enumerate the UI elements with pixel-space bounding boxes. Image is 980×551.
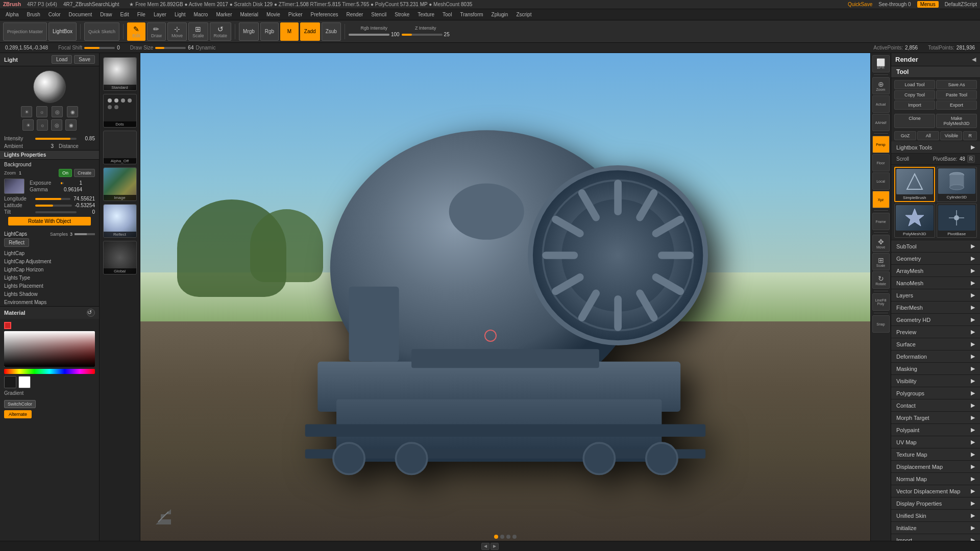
masking-btn[interactable]: Masking ▶ <box>891 363 980 375</box>
uv-map-btn[interactable]: UV Map ▶ <box>891 436 980 448</box>
load-tool-btn[interactable]: Load Tool <box>894 80 935 89</box>
projection-master-btn[interactable]: Projection Master <box>3 22 47 41</box>
latitude-slider[interactable] <box>35 205 72 207</box>
menu-layer[interactable]: Layer <box>150 11 170 18</box>
save-as-btn[interactable]: Save As <box>936 80 977 89</box>
surface-btn[interactable]: Surface ▶ <box>891 338 980 350</box>
tilt-slider[interactable] <box>35 211 77 213</box>
cylinder3d-thumb[interactable]: Cylinder3D <box>937 167 977 202</box>
light-save-btn[interactable]: Save <box>74 55 95 64</box>
rotate-tool-btn[interactable]: ↻ Rotate <box>872 271 890 289</box>
nanomesh-btn[interactable]: NanoMesh ▶ <box>891 277 980 289</box>
material-icon[interactable]: ↺ <box>87 309 95 317</box>
visible-btn[interactable]: Visible <box>940 131 962 140</box>
menu-stroke[interactable]: Stroke <box>391 11 413 18</box>
menu-marker[interactable]: Marker <box>212 11 235 18</box>
light-icon-5[interactable]: ☀ <box>22 119 34 131</box>
lightbox-btn[interactable]: LightBox <box>48 22 77 41</box>
menu-document[interactable]: Document <box>65 11 96 18</box>
aahalf-tool-btn[interactable]: AAHalf <box>872 114 890 131</box>
layers-btn[interactable]: Layers ▶ <box>891 289 980 302</box>
environment-maps-item[interactable]: Environment Maps <box>0 298 99 306</box>
spix-dot-1[interactable] <box>494 535 498 539</box>
import2-btn[interactable]: Import ▶ <box>891 534 980 541</box>
preview-dots[interactable]: Dots <box>103 94 137 128</box>
rotate-btn[interactable]: ↺ Rotate <box>210 22 232 41</box>
alternate-btn[interactable]: Alternate <box>4 410 32 418</box>
zsub-btn[interactable]: Zsub <box>322 22 341 41</box>
color-hue-bar[interactable] <box>4 369 95 374</box>
move-btn[interactable]: ⊹ Move <box>167 22 187 41</box>
bottom-nav-right[interactable]: ▶ <box>491 543 499 550</box>
mrgb-btn[interactable]: Mrgb <box>239 22 259 41</box>
preview-reflect[interactable]: Reflect <box>103 204 137 238</box>
lights-type-item[interactable]: Lights Type <box>0 273 99 282</box>
light-icon-3[interactable]: ◎ <box>52 106 63 117</box>
visibility-btn[interactable]: Visibility ▶ <box>891 375 980 387</box>
menu-transform[interactable]: Transform <box>456 11 486 18</box>
displacement-map-btn[interactable]: Displacement Map ▶ <box>891 461 980 473</box>
color-gradient-picker[interactable] <box>4 331 95 367</box>
geometry-btn[interactable]: Geometry ▶ <box>891 253 980 265</box>
arraymesh-btn[interactable]: ArrayMesh ▶ <box>891 265 980 277</box>
menu-macro[interactable]: Macro <box>190 11 212 18</box>
scale-btn[interactable]: ⊞ Scale <box>188 22 208 41</box>
preview-alpha[interactable]: Alpha_Off <box>103 131 137 164</box>
switch-color-btn[interactable]: SwitchColor <box>4 400 36 408</box>
initialize-btn[interactable]: Initialize ▶ <box>891 522 980 534</box>
clone-btn[interactable]: Clone <box>894 114 935 128</box>
zoom-tool-btn[interactable]: ⊕ Zoom <box>872 77 890 94</box>
fibermesh-btn[interactable]: FiberMesh ▶ <box>891 302 980 314</box>
copy-tool-btn[interactable]: Copy Tool <box>894 90 935 99</box>
simple-brush-thumb[interactable]: SimpleBrush <box>894 167 935 202</box>
lightcap-item[interactable]: LightCap <box>0 249 99 257</box>
menu-draw[interactable]: Draw <box>96 11 115 18</box>
contact-btn[interactable]: Contact ▶ <box>891 399 980 412</box>
canvas-area[interactable] <box>140 53 870 541</box>
menus-btn[interactable]: Menus <box>917 1 939 8</box>
scale-tool-btn[interactable]: ⊞ Scale <box>872 253 890 270</box>
r-btn[interactable]: R <box>963 131 977 140</box>
lightbox-tools-btn[interactable]: Lightbox Tools ▶ <box>891 141 980 154</box>
light-icon-8[interactable]: ◉ <box>65 119 77 131</box>
menu-preferences[interactable]: Preferences <box>307 11 342 18</box>
menu-color[interactable]: Color <box>45 11 64 18</box>
preview-image[interactable]: Image <box>103 167 137 201</box>
move-tool-btn[interactable]: ✥ Move <box>872 235 890 252</box>
make-polymesh-btn[interactable]: Make PolyMesh3D <box>936 114 977 128</box>
preview-global[interactable]: Global <box>103 241 137 274</box>
deformation-btn[interactable]: Deformation ▶ <box>891 350 980 363</box>
light-icon-2[interactable]: ☼ <box>36 106 47 117</box>
vector-disp-map-btn[interactable]: Vector Displacement Map ▶ <box>891 485 980 497</box>
display-properties-btn[interactable]: Display Properties ▶ <box>891 497 980 510</box>
spix-dot-4[interactable] <box>512 535 517 539</box>
intensity-slider[interactable] <box>35 138 77 140</box>
draw-btn[interactable]: ✏ Draw <box>147 22 166 41</box>
quicksave-btn[interactable]: QuickSave <box>848 2 872 7</box>
local-tool-btn[interactable]: Local <box>872 172 890 190</box>
geometryhd-btn[interactable]: Geometry HD ▶ <box>891 314 980 326</box>
menu-render[interactable]: Render <box>343 11 367 18</box>
longitude-slider[interactable] <box>35 198 70 200</box>
light-load-btn[interactable]: Load <box>52 55 72 64</box>
linefill-tool-btn[interactable]: LineFill Poly <box>872 293 890 311</box>
spix-dot-3[interactable] <box>506 535 510 539</box>
menu-zplugin[interactable]: Zplugin <box>488 11 512 18</box>
spix-dot-2[interactable] <box>500 535 504 539</box>
subtool-btn[interactable]: SubTool ▶ <box>891 240 980 253</box>
rgb-btn[interactable]: Rgb <box>260 22 279 41</box>
bpr-tool-btn[interactable]: ⬜ BPR <box>872 55 890 72</box>
menu-alpha[interactable]: Alpha <box>2 11 22 18</box>
menu-light[interactable]: Light <box>171 11 189 18</box>
menu-tool[interactable]: Tool <box>439 11 455 18</box>
snap-tool-btn[interactable]: Snap <box>872 315 890 333</box>
quick-sketch-btn[interactable]: Quick Sketch <box>84 22 119 41</box>
xyz-tool-btn[interactable]: Xyz <box>872 191 890 208</box>
menu-movie[interactable]: Movie <box>263 11 284 18</box>
morph-target-btn[interactable]: Morph Target ▶ <box>891 412 980 424</box>
menu-material[interactable]: Material <box>237 11 262 18</box>
persp-tool-btn[interactable]: Persp <box>872 136 890 153</box>
exposure-slider[interactable] <box>61 182 64 184</box>
bg-on-btn[interactable]: On <box>59 169 72 177</box>
swatch-black[interactable] <box>4 376 16 388</box>
